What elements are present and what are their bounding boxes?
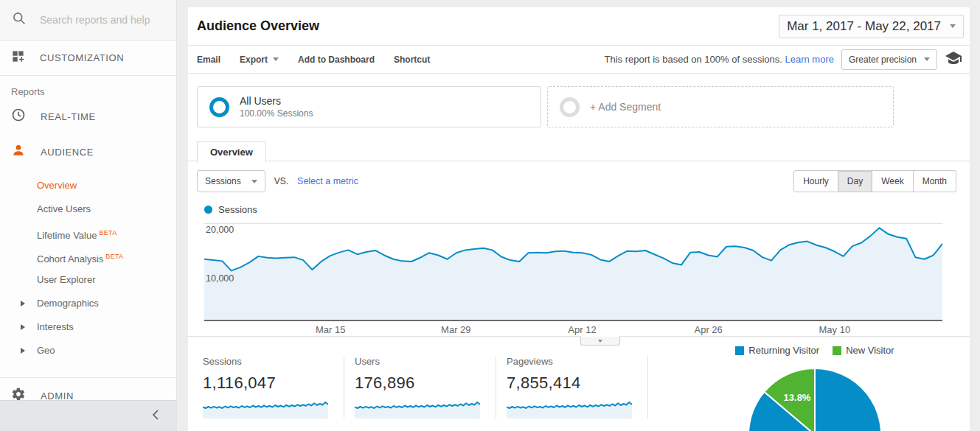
date-range-selector[interactable]: Mar 1, 2017 - May 22, 2017	[779, 15, 964, 38]
chevron-down-icon	[924, 57, 930, 61]
x-axis-tick: Mar 29	[441, 324, 470, 335]
sidebar-item-customization[interactable]: CUSTOMIZATION	[0, 41, 176, 76]
sidebar-footer	[0, 400, 176, 431]
sidebar-item-overview[interactable]: Overview	[0, 174, 176, 197]
email-button[interactable]: Email	[197, 55, 220, 65]
stat-users: Users 176,896	[355, 356, 496, 418]
sidebar-item-realtime[interactable]: REAL-TIME	[0, 99, 176, 134]
search-input[interactable]	[40, 14, 158, 26]
segment-ring-icon	[560, 97, 580, 117]
y-axis-tick: 20,000	[206, 225, 234, 235]
visitor-type-pie-block: Returning Visitor New Visitor 13.8%	[726, 345, 903, 431]
segment-title: All Users	[240, 95, 313, 107]
segment-subtitle: 100.00% Sessions	[240, 108, 313, 119]
expand-arrow-icon	[21, 348, 25, 354]
main-panel: Audience Overview Mar 1, 2017 - May 22, …	[188, 7, 970, 431]
export-button[interactable]: Export	[240, 55, 279, 65]
audience-submenu: Overview Active Users Lifetime ValueBETA…	[0, 169, 176, 370]
x-axis-tick: Apr 26	[695, 324, 723, 335]
add-segment-button[interactable]: + Add Segment	[547, 86, 894, 127]
chevron-down-icon	[273, 57, 279, 61]
person-icon	[11, 143, 26, 161]
sparkline-chart	[203, 399, 328, 418]
sidebar-item-geo[interactable]: Geo	[0, 339, 176, 362]
stat-value: 176,896	[355, 374, 485, 393]
pie-slice-label: 13.8%	[784, 392, 811, 403]
stat-label: Pageviews	[507, 356, 637, 367]
granularity-day[interactable]: Day	[838, 170, 872, 192]
chart-controls: Sessions VS. Select a metric Hourly Day …	[188, 161, 970, 192]
customization-label: CUSTOMIZATION	[40, 52, 124, 63]
annotations-divider	[188, 336, 970, 337]
granularity-month[interactable]: Month	[914, 170, 956, 192]
segment-ring-icon	[209, 97, 229, 117]
segments-row: All Users 100.00% Sessions + Add Segment	[188, 74, 970, 127]
stat-sessions: Sessions 1,116,047	[203, 356, 344, 418]
x-axis-tick: Mar 15	[316, 324, 345, 335]
report-actionbar: Email Export Add to Dashboard Shortcut T…	[188, 46, 970, 74]
legend-swatch-icon	[833, 346, 841, 355]
panel-header: Audience Overview Mar 1, 2017 - May 22, …	[188, 7, 970, 46]
sidebar: CUSTOMIZATION Reports REAL-TIME AUDIENCE…	[0, 0, 177, 431]
date-range-value: Mar 1, 2017 - May 22, 2017	[787, 19, 941, 34]
chart-legend: Sessions	[188, 192, 970, 220]
legend-swatch-icon	[735, 346, 744, 355]
legend-new-visitor: New Visitor	[833, 345, 894, 356]
audience-label: AUDIENCE	[41, 147, 94, 158]
sessions-legend-label: Sessions	[218, 204, 257, 215]
sampling-status-text: This report is based on 100% of sessions…	[604, 54, 833, 65]
pie-legend: Returning Visitor New Visitor	[726, 345, 903, 356]
sidebar-item-active-users[interactable]: Active Users	[0, 197, 176, 221]
line-chart-svg	[204, 220, 942, 320]
reports-section-label: Reports	[0, 76, 176, 99]
beta-badge: BETA	[105, 253, 123, 260]
sessions-timeseries-chart[interactable]: 20,000 10,000 Mar 15 Mar 29 Apr 12 Apr 2…	[204, 220, 942, 334]
add-to-dashboard-button[interactable]: Add to Dashboard	[298, 55, 375, 65]
granularity-toggle: Hourly Day Week Month	[793, 170, 956, 192]
sidebar-item-demographics[interactable]: Demographics	[0, 292, 176, 315]
sidebar-item-interests[interactable]: Interests	[0, 315, 176, 339]
education-cap-icon[interactable]	[945, 49, 962, 70]
collapse-sidebar-button[interactable]	[151, 409, 160, 424]
tab-overview[interactable]: Overview	[197, 141, 266, 163]
beta-badge: BETA	[99, 229, 117, 236]
legend-returning-visitor: Returning Visitor	[735, 345, 819, 356]
stat-value: 1,116,047	[203, 374, 333, 393]
customization-icon	[11, 49, 25, 66]
sidebar-item-lifetime-value[interactable]: Lifetime ValueBETA	[0, 221, 176, 245]
chart-plot-area[interactable]: 20,000 10,000	[204, 220, 942, 321]
chevron-down-icon	[251, 180, 257, 183]
x-axis-tick: Apr 12	[568, 324, 596, 335]
sidebar-search	[0, 0, 176, 41]
stat-label: Sessions	[203, 356, 333, 367]
granularity-hourly[interactable]: Hourly	[793, 170, 838, 192]
y-axis-tick: 10,000	[206, 273, 234, 284]
sidebar-item-user-explorer[interactable]: User Explorer	[0, 268, 176, 292]
x-axis: Mar 15 Mar 29 Apr 12 Apr 26 May 10	[204, 321, 942, 334]
expand-arrow-icon	[21, 301, 25, 306]
sidebar-item-audience[interactable]: AUDIENCE	[0, 134, 176, 169]
visitor-type-pie-chart[interactable]	[745, 365, 885, 431]
search-icon	[12, 11, 27, 29]
precision-dropdown[interactable]: Greater precision	[841, 49, 937, 70]
add-segment-label: + Add Segment	[590, 101, 661, 113]
select-metric-link[interactable]: Select a metric	[297, 176, 358, 186]
sidebar-item-cohort-analysis[interactable]: Cohort AnalysisBETA	[0, 245, 176, 268]
stat-label: Users	[355, 356, 485, 367]
shortcut-button[interactable]: Shortcut	[394, 55, 430, 65]
tabbar: Overview	[188, 141, 970, 161]
expand-arrow-icon	[21, 324, 25, 330]
learn-more-link[interactable]: Learn more	[785, 54, 833, 65]
stat-pageviews: Pageviews 7,855,414	[507, 356, 648, 418]
stat-value: 7,855,414	[507, 374, 637, 393]
metric-selector-dropdown[interactable]: Sessions	[197, 170, 265, 192]
page-title: Audience Overview	[197, 18, 319, 34]
sparkline-chart	[355, 399, 480, 418]
annotations-expander-button[interactable]	[580, 336, 620, 346]
x-axis-tick: May 10	[819, 324, 851, 335]
realtime-label: REAL-TIME	[41, 111, 96, 122]
segment-all-users[interactable]: All Users 100.00% Sessions	[197, 86, 541, 127]
chevron-down-icon	[598, 340, 602, 343]
granularity-week[interactable]: Week	[872, 170, 913, 192]
clock-icon	[11, 108, 26, 125]
